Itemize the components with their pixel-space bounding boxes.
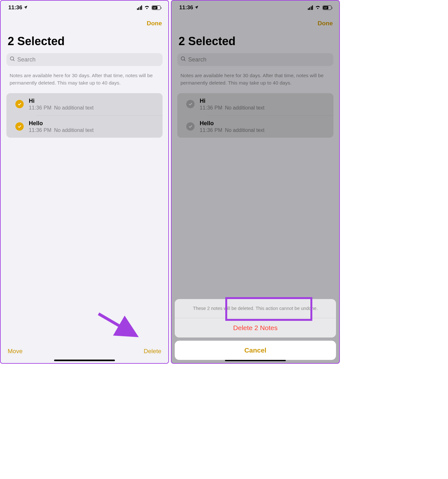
svg-line-4 xyxy=(184,60,185,61)
cellular-icon xyxy=(308,5,313,10)
folder-info-text: Notes are available here for 30 days. Af… xyxy=(172,66,339,91)
notes-list: Hi 11:36 PMNo additional text Hello 11:3… xyxy=(177,93,333,138)
page-title: 2 Selected xyxy=(172,29,339,51)
checkmark-selected-icon[interactable] xyxy=(186,122,195,131)
page-title: 2 Selected xyxy=(1,29,168,51)
move-button[interactable]: Move xyxy=(8,348,22,355)
note-subtitle: 11:36 PMNo additional text xyxy=(29,105,94,111)
note-title: Hello xyxy=(29,120,94,127)
status-bar: 11:36 67 xyxy=(172,1,339,15)
wifi-icon xyxy=(144,4,150,11)
note-row[interactable]: Hi 11:36 PMNo additional text xyxy=(6,93,163,115)
action-sheet-message: These 2 notes will be deleted. This acti… xyxy=(175,299,336,318)
screenshot-left: 11:36 67 Done 2 Selected Notes are avail… xyxy=(0,0,169,364)
checkmark-selected-icon[interactable] xyxy=(15,100,24,108)
note-row[interactable]: Hello 11:36 PMNo additional text xyxy=(6,116,163,138)
svg-line-2 xyxy=(99,314,134,334)
status-bar: 11:36 67 xyxy=(1,1,168,15)
action-sheet: These 2 notes will be deleted. This acti… xyxy=(175,299,336,360)
delete-notes-button[interactable]: Delete 2 Notes xyxy=(175,318,336,337)
done-button[interactable]: Done xyxy=(318,20,333,27)
bottom-toolbar: Move Delete xyxy=(1,348,168,357)
delete-button[interactable]: Delete xyxy=(144,348,161,355)
done-button[interactable]: Done xyxy=(147,20,162,27)
search-input[interactable] xyxy=(17,56,159,63)
screenshot-right: 11:36 67 Done 2 Selected Notes are avail… xyxy=(171,0,340,364)
search-input[interactable] xyxy=(188,56,330,63)
location-icon xyxy=(23,5,28,11)
svg-line-1 xyxy=(13,60,14,61)
checkmark-selected-icon[interactable] xyxy=(186,100,195,108)
battery-icon: 67 xyxy=(152,5,161,10)
cellular-icon xyxy=(137,5,142,10)
note-title: Hi xyxy=(29,98,94,104)
note-subtitle: 11:36 PMNo additional text xyxy=(200,127,265,133)
navbar: Done xyxy=(1,15,168,29)
battery-icon: 67 xyxy=(323,5,332,10)
cancel-button[interactable]: Cancel xyxy=(175,341,336,360)
svg-point-0 xyxy=(10,57,14,60)
status-time: 11:36 xyxy=(179,4,193,11)
search-field[interactable] xyxy=(177,53,333,66)
status-time: 11:36 xyxy=(8,4,22,11)
wifi-icon xyxy=(315,4,321,11)
notes-list: Hi 11:36 PMNo additional text Hello 11:3… xyxy=(6,93,163,138)
note-row[interactable]: Hello 11:36 PMNo additional text xyxy=(177,116,333,138)
note-title: Hello xyxy=(200,120,265,127)
home-indicator xyxy=(54,360,115,361)
checkmark-selected-icon[interactable] xyxy=(15,122,24,131)
folder-info-text: Notes are available here for 30 days. Af… xyxy=(1,66,168,91)
search-field[interactable] xyxy=(6,53,163,66)
annotation-arrow xyxy=(99,314,140,339)
note-subtitle: 11:36 PMNo additional text xyxy=(29,127,94,133)
note-row[interactable]: Hi 11:36 PMNo additional text xyxy=(177,93,333,115)
svg-point-3 xyxy=(181,57,185,60)
location-icon xyxy=(194,5,199,11)
navbar: Done xyxy=(172,15,339,29)
note-title: Hi xyxy=(200,98,265,104)
search-icon xyxy=(10,56,15,63)
note-subtitle: 11:36 PMNo additional text xyxy=(200,105,265,111)
search-icon xyxy=(180,56,186,63)
